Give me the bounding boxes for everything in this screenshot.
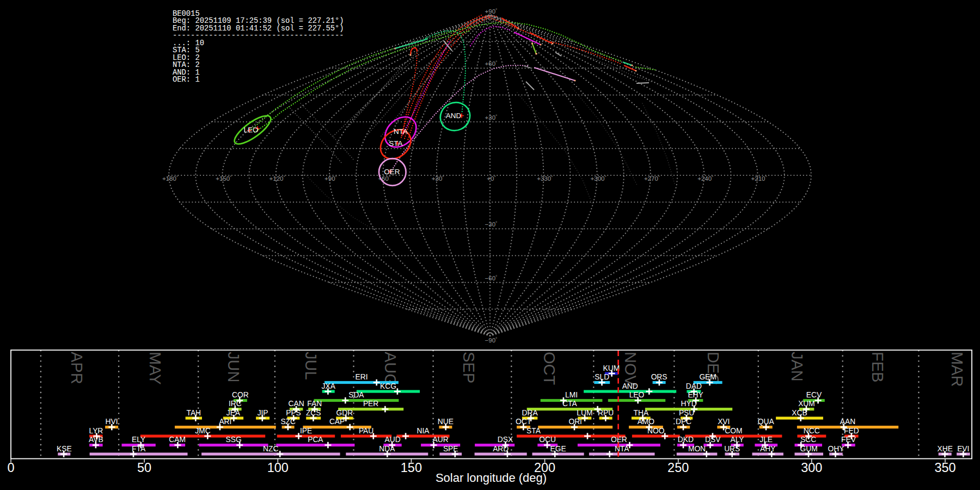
svg-text:AND: AND (446, 112, 462, 120)
svg-text:IRC: IRC (229, 400, 242, 408)
svg-text:+30°: +30° (432, 175, 444, 182)
svg-text:50: 50 (137, 461, 151, 475)
svg-text:CAM: CAM (169, 436, 186, 444)
svg-text:MON: MON (688, 445, 706, 453)
svg-text:OHY: OHY (828, 445, 844, 453)
svg-text:AHY: AHY (760, 445, 775, 453)
svg-text:−30°: −30° (485, 220, 498, 228)
svg-text:XVI: XVI (718, 418, 730, 426)
svg-text:OER: 1: OER: 1 (173, 76, 200, 84)
svg-text:ORI: ORI (568, 418, 582, 426)
svg-text:AMO: AMO (638, 418, 655, 426)
svg-text:150: 150 (401, 461, 422, 475)
svg-text:SCC: SCC (800, 436, 816, 444)
svg-text:100: 100 (267, 461, 289, 475)
svg-text:FEB: FEB (869, 352, 886, 382)
svg-text:XHE: XHE (938, 445, 953, 453)
svg-text:+330°: +330° (537, 175, 553, 182)
svg-text:−60°: −60° (485, 274, 498, 281)
svg-text:TAH: TAH (187, 409, 201, 417)
svg-text:Solar longitude (deg): Solar longitude (deg) (436, 471, 547, 485)
svg-text:NIA: NIA (417, 427, 430, 435)
svg-text:EHY: EHY (688, 391, 703, 399)
svg-text:SSG: SSG (226, 436, 242, 444)
svg-text:+30°: +30° (485, 114, 498, 121)
svg-text:SDA: SDA (348, 391, 364, 399)
svg-text:AUR: AUR (433, 436, 449, 444)
svg-text:OCT: OCT (516, 418, 532, 426)
svg-text:LUM: LUM (577, 409, 592, 417)
svg-text:QUA: QUA (758, 418, 775, 426)
svg-text:NOO: NOO (647, 427, 665, 435)
svg-text:OER: OER (384, 168, 400, 176)
svg-text:+300°: +300° (591, 175, 607, 182)
svg-text:FTA: FTA (132, 445, 146, 453)
svg-text:350: 350 (934, 461, 955, 475)
svg-text:MAY: MAY (146, 352, 164, 385)
svg-text:250: 250 (667, 461, 689, 475)
svg-text:LEO: LEO (243, 126, 258, 134)
svg-text:PCA: PCA (308, 436, 323, 444)
svg-text:ORS: ORS (651, 373, 667, 381)
svg-text:JIP: JIP (258, 409, 268, 417)
svg-text:HYD: HYD (681, 400, 697, 408)
svg-text:+120°: +120° (270, 175, 285, 182)
svg-text:PSU: PSU (679, 409, 694, 417)
svg-text:NTA: NTA (394, 127, 408, 136)
svg-text:THA: THA (633, 409, 648, 417)
svg-text:SLD: SLD (595, 373, 609, 381)
svg-text:LYR: LYR (89, 427, 103, 435)
svg-text:CTA: CTA (562, 400, 577, 408)
svg-text:NDA: NDA (379, 445, 395, 453)
svg-text:CAP: CAP (329, 418, 345, 426)
svg-text:JEA: JEA (226, 409, 241, 417)
svg-text:GUM: GUM (800, 445, 818, 453)
svg-text:PAU: PAU (359, 427, 373, 435)
svg-text:AND: AND (622, 382, 638, 390)
svg-text:LEO: LEO (629, 391, 645, 399)
svg-text:ECV: ECV (806, 391, 822, 399)
svg-text:JMC: JMC (195, 427, 210, 435)
svg-text:LMI: LMI (565, 391, 578, 399)
svg-text:FED: FED (844, 427, 859, 435)
svg-text:JUN: JUN (225, 352, 242, 382)
svg-text:MAR: MAR (948, 352, 966, 387)
svg-text:ARI: ARI (219, 418, 231, 426)
svg-text:JXA: JXA (322, 382, 336, 390)
svg-text:KSE: KSE (57, 445, 72, 453)
svg-text:AVB: AVB (89, 436, 103, 444)
svg-text:NUE: NUE (438, 418, 454, 426)
svg-text:JLE: JLE (759, 436, 773, 444)
svg-text:OCU: OCU (539, 436, 556, 444)
svg-text:NOV: NOV (622, 352, 639, 387)
svg-text:EVI: EVI (957, 445, 969, 453)
svg-text:STA: STA (526, 427, 541, 435)
svg-text:COR: COR (232, 391, 249, 399)
svg-text:JUL: JUL (302, 352, 320, 380)
svg-text:+240°: +240° (697, 175, 713, 182)
svg-text:GEM: GEM (699, 373, 716, 381)
svg-text:NZC: NZC (263, 445, 278, 453)
svg-text:+90°: +90° (324, 175, 337, 182)
svg-text:KCG: KCG (380, 382, 396, 390)
svg-text:+60°: +60° (485, 60, 498, 67)
svg-text:0: 0 (7, 461, 14, 475)
svg-text:AUD: AUD (385, 436, 401, 444)
svg-text:−90°: −90° (485, 336, 498, 344)
svg-text:ALY: ALY (730, 436, 744, 444)
svg-text:+210°: +210° (751, 175, 767, 182)
svg-text:NTA: NTA (615, 445, 629, 453)
svg-text:COM: COM (725, 427, 742, 435)
svg-text:DSV: DSV (705, 436, 721, 444)
svg-text:SZC: SZC (280, 418, 296, 426)
svg-text:DRA: DRA (522, 409, 538, 417)
svg-text:ZCS: ZCS (306, 409, 321, 417)
svg-text:NCC: NCC (804, 427, 820, 435)
svg-text:ERI: ERI (356, 373, 368, 381)
svg-text:OCT: OCT (541, 352, 558, 385)
svg-text:URS: URS (724, 445, 740, 453)
svg-text:STA: STA (389, 139, 402, 148)
svg-text:KUM: KUM (603, 364, 620, 372)
svg-text:DKD: DKD (678, 436, 694, 444)
svg-text:+90°: +90° (485, 8, 498, 15)
